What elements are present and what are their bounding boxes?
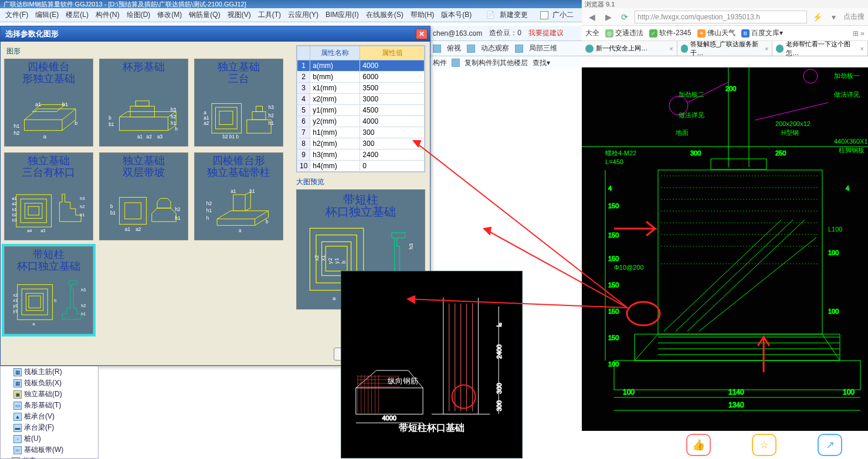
svg-text:200: 200 — [725, 85, 736, 92]
menu-view[interactable]: 视图(V) — [225, 9, 254, 21]
orbit-label[interactable]: 动态观察 — [481, 43, 509, 53]
svg-text:x1: x1 — [320, 255, 326, 261]
tree-node[interactable]: ▬承台梁(F) — [1, 422, 98, 433]
coin-count: 造价豆：0 — [489, 28, 521, 38]
local3d-icon[interactable] — [515, 45, 523, 53]
preview-label: 大图预览 — [296, 177, 425, 187]
tree-node[interactable]: ▦筏板主筋(R) — [1, 366, 98, 378]
table-row[interactable]: 6y2(mm)4000 — [297, 116, 425, 127]
tab-close-icon[interactable]: × — [765, 45, 768, 52]
table-row[interactable]: 8h2(mm)300 — [297, 138, 425, 149]
bookmark-3[interactable]: ☀佛山天气 — [697, 28, 735, 38]
bookmark-1[interactable]: ◎交通违法 — [605, 28, 643, 38]
shape-card-0[interactable]: 四棱锥台 形独立基础 h1h2aba1b1 — [4, 59, 93, 147]
shape-card-5[interactable]: 四棱锥台形 独立基础带柱 h2h1habb1a1 — [194, 152, 283, 240]
svg-text:h1: h1 — [81, 311, 86, 317]
shape-card-2[interactable]: 独立基础 三台 aa1a2b2 b1 bh3h2h1 — [194, 59, 283, 147]
svg-text:b: b — [110, 204, 113, 209]
dialog-title: 选择参数化图形 — [5, 29, 59, 39]
url-field[interactable]: http://e.fwxgx.com/question_1935013.h — [635, 11, 807, 23]
bookmark-0[interactable]: 大全 — [585, 28, 599, 38]
table-row[interactable]: 4x2(mm)3000 — [297, 94, 425, 105]
menu-modify[interactable]: 修改(M) — [154, 9, 185, 21]
reload-icon[interactable]: ⟳ — [618, 11, 631, 23]
forward-icon[interactable]: ▶ — [602, 11, 615, 23]
topview-label[interactable]: 俯视 — [447, 43, 461, 53]
favorite-button[interactable]: ☆ — [752, 434, 777, 456]
new-change-button[interactable]: 📄 新建变更 — [483, 9, 534, 21]
preview-title: 带短柱 杯口独立基础 — [297, 190, 425, 218]
menu-draw[interactable]: 绘图(D) — [124, 9, 154, 21]
table-row[interactable]: 10h4(mm)0 — [297, 161, 425, 172]
param-table[interactable]: 属性名称属性值 1a(mm)4000 2b(mm)6000 3x1(mm)350… — [296, 45, 425, 172]
copy-to-floor[interactable]: 复制构件到其他楼层 — [464, 58, 528, 68]
menu-bim[interactable]: BIM应用(I) — [323, 9, 362, 21]
component-button[interactable]: 构件 — [433, 58, 447, 68]
user-check[interactable]: 广小二 — [537, 8, 579, 22]
shape-card-3[interactable]: 独立基础 三台有杯口 a1a2b1b2b3a4a3h3h2h1 — [4, 152, 93, 240]
shape-card-1[interactable]: 杯形基础 a1a2a3bb1h3h2h1h — [99, 59, 188, 147]
svg-text:y2: y2 — [13, 303, 18, 308]
menu-floor[interactable]: 楼层(L) — [63, 9, 91, 21]
tab-close-icon[interactable]: × — [669, 45, 673, 52]
find-dropdown[interactable]: 查找▾ — [533, 58, 550, 68]
bookmark-4[interactable]: B百度文库▾ — [741, 28, 783, 38]
svg-rect-53 — [233, 195, 245, 211]
back-icon[interactable]: ◀ — [585, 11, 598, 23]
menu-tools[interactable]: 工具(T) — [255, 9, 284, 21]
tree-node[interactable]: ▣独立基础(D) — [1, 389, 98, 400]
shape-card-4[interactable]: 独立基础 双层带坡 bb1a1a2h2h1 — [99, 152, 188, 240]
component-tree[interactable]: ▦筏板主筋(R) ▦筏板负筋(X) ▣独立基础(D) ▭条形基础(T) ▲桩承台… — [0, 366, 99, 459]
tree-node[interactable]: ◦桩(U) — [1, 433, 98, 444]
orbit-icon[interactable] — [467, 45, 475, 53]
table-row[interactable]: 2b(mm)6000 — [297, 72, 425, 83]
bookmark-overflow-icon[interactable]: ⊞ » — [853, 29, 864, 38]
menu-online[interactable]: 在线服务(S) — [363, 9, 406, 21]
svg-text:200x200x12: 200x200x12 — [775, 120, 811, 127]
menu-component[interactable]: 构件(N) — [93, 9, 123, 21]
table-row[interactable]: 9h3(mm)2400 — [297, 149, 425, 161]
tab-1[interactable]: 答疑解惑_广联达服务新干…× — [677, 41, 773, 56]
svg-text:h1: h1 — [269, 121, 274, 126]
menu-file[interactable]: 文件(F) — [2, 9, 31, 21]
tree-node[interactable]: ▦筏板负筋(X) — [1, 378, 98, 389]
tab-close-icon[interactable]: × — [860, 45, 864, 52]
tree-node[interactable]: ▲桩承台(V) — [1, 411, 98, 422]
svg-text:a1: a1 — [204, 115, 209, 121]
tab-0[interactable]: 新一代安全上网…× — [582, 41, 677, 56]
dropdown-icon[interactable]: ▾ — [827, 11, 840, 23]
feedback-link[interactable]: 我要提建议 — [528, 28, 564, 38]
tree-node[interactable]: ▭条形基础(T) — [1, 400, 98, 411]
topview-icon[interactable] — [433, 45, 441, 53]
bookmark-2[interactable]: ✓软件-2345 — [649, 28, 691, 38]
svg-text:h3: h3 — [80, 196, 84, 201]
share-button[interactable]: ↗ — [818, 434, 842, 456]
lightning-icon[interactable]: ⚡ — [811, 11, 823, 23]
svg-text:b1: b1 — [249, 189, 255, 194]
menu-help[interactable]: 帮助(H) — [408, 9, 438, 21]
shape-card-6-selected[interactable]: 带短柱 杯口独立基础 x2x1y2y1abh3h2h1 — [4, 246, 93, 334]
menu-version[interactable]: 版本号(B) — [438, 9, 474, 21]
svg-text:h: h — [206, 216, 209, 221]
svg-text:b1: b1 — [62, 101, 68, 107]
svg-rect-135 — [614, 361, 860, 390]
tree-node[interactable]: ═基础板带(W) — [1, 444, 98, 455]
table-row[interactable]: 5y1(mm)4500 — [297, 105, 425, 116]
local3d-label[interactable]: 局部三维 — [529, 43, 557, 53]
menu-cloud[interactable]: 云应用(Y) — [285, 9, 321, 21]
search-hint[interactable]: 点击搜 — [843, 12, 864, 22]
svg-text:h2: h2 — [80, 204, 84, 209]
svg-text:h2: h2 — [175, 207, 181, 212]
menu-edit[interactable]: 编辑(E) — [32, 9, 62, 21]
menu-rebar[interactable]: 钢筋量(Q) — [186, 9, 223, 21]
svg-text:加劲板二: 加劲板二 — [679, 91, 704, 98]
cad-section-caption: 带短柱杯口基础 — [341, 422, 523, 434]
table-row[interactable]: 7h1(mm)300 — [297, 127, 425, 138]
table-row[interactable]: 3x1(mm)3500 — [297, 83, 425, 94]
thumbs-up-button[interactable]: 👍 — [686, 434, 711, 456]
table-row[interactable]: 1a(mm)4000 — [297, 60, 425, 72]
tree-node-folder[interactable]: 📁其它 — [1, 455, 98, 459]
tab-2[interactable]: 老师帮忙看一下这个图怎…× — [772, 41, 868, 56]
copy-icon[interactable] — [452, 59, 460, 67]
dialog-close-icon[interactable]: ✕ — [416, 29, 428, 39]
